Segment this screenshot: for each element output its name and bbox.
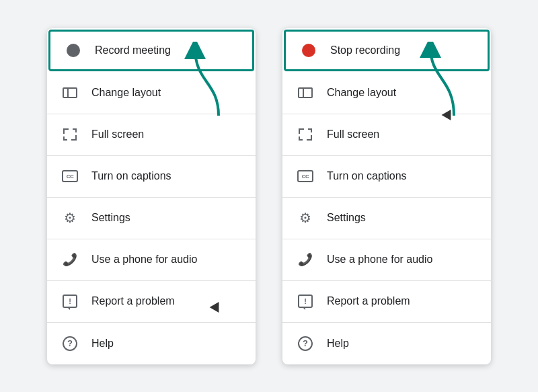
r-settings-icon-container: ⚙ [296,208,315,227]
r-captions-label: Turn on captions [327,170,407,182]
r-report-label: Report a problem [327,295,410,307]
record-icon-container [64,41,83,60]
r-help-item[interactable]: ? Help [282,323,491,364]
record-meeting-label: Record meeting [95,44,171,56]
r-phone-item[interactable]: 📞 Use a phone for audio [282,239,491,281]
help-icon-container: ? [61,334,79,353]
r-help-icon-container: ? [296,334,315,353]
r-phone-icon: 📞 [298,253,313,266]
change-layout-label: Change layout [91,87,161,99]
layout-icon-container [61,83,79,102]
phone-label: Use a phone for audio [91,253,197,266]
right-panel: Stop recording Change layout Full screen… [282,28,491,364]
r-layout-icon [298,87,313,98]
r-phone-label: Use a phone for audio [327,253,432,266]
r-help-icon: ? [298,336,313,351]
captions-label: Turn on captions [91,170,171,182]
r-settings-icon: ⚙ [299,211,311,225]
settings-label: Settings [91,212,130,224]
settings-icon-container: ⚙ [61,208,79,227]
stop-record-icon-container [299,41,318,60]
r-fullscreen-icon [299,128,312,141]
help-label: Help [91,338,114,350]
report-icon-container: ! [61,292,79,311]
help-icon: ? [63,336,77,351]
r-settings-label: Settings [327,212,366,224]
phone-item[interactable]: 📞 Use a phone for audio [47,239,256,281]
phone-icon-container: 📞 [61,250,79,269]
r-cc-icon-container: CC [296,167,315,186]
layout-icon [63,87,77,98]
stop-record-icon [302,44,315,57]
r-captions-item[interactable]: CC Turn on captions [282,156,491,198]
r-help-label: Help [327,338,349,350]
report-item[interactable]: ! Report a problem [47,281,256,323]
captions-item[interactable]: CC Turn on captions [47,156,256,198]
stop-recording-label: Stop recording [330,44,400,56]
fullscreen-label: Full screen [91,128,144,141]
cc-icon-container: CC [61,167,79,186]
r-change-layout-label: Change layout [327,87,396,99]
r-fullscreen-label: Full screen [327,128,379,141]
report-label: Report a problem [91,295,175,307]
r-phone-icon-container: 📞 [296,250,315,269]
record-icon [67,44,80,57]
help-item[interactable]: ? Help [47,323,256,364]
r-layout-icon-container [296,83,315,102]
r-cc-icon: CC [297,170,313,182]
phone-icon: 📞 [63,253,77,266]
left-panel: Record meeting Change layout Full screen… [47,28,256,364]
r-report-icon: ! [298,295,313,308]
fullscreen-icon [63,128,77,141]
r-report-icon-container: ! [296,292,315,311]
r-report-item[interactable]: ! Report a problem [282,281,491,323]
report-icon: ! [63,295,77,308]
cc-icon: CC [62,170,78,182]
settings-icon: ⚙ [64,211,76,225]
settings-item[interactable]: ⚙ Settings [47,198,256,239]
r-settings-item[interactable]: ⚙ Settings [282,198,491,239]
r-fullscreen-icon-container [296,125,315,144]
fullscreen-icon-container [61,125,79,144]
